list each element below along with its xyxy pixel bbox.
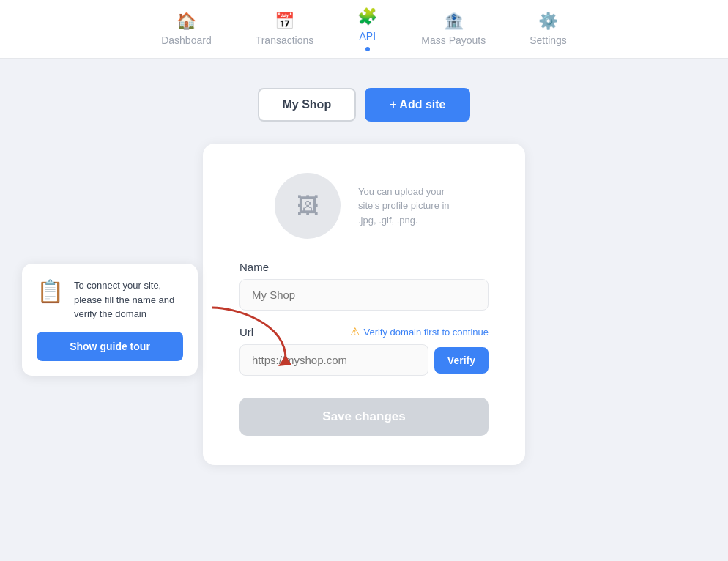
- api-icon: 🧩: [357, 7, 377, 26]
- name-input[interactable]: [239, 279, 489, 311]
- url-label-row: Url ⚠ Verify domain first to continue: [239, 325, 489, 338]
- verify-warning: ⚠ Verify domain first to continue: [350, 325, 489, 338]
- mass-payouts-icon: 🏦: [444, 12, 464, 31]
- nav-label-transactions: Transactions: [256, 34, 314, 46]
- url-input-row: Verify: [239, 344, 489, 376]
- nav-label-mass-payouts: Mass Payouts: [421, 34, 486, 46]
- nav-label-settings: Settings: [530, 34, 567, 46]
- url-label: Url: [239, 326, 253, 338]
- guide-card-icon: 📋: [37, 278, 64, 304]
- save-changes-button[interactable]: Save changes: [239, 398, 489, 436]
- name-label-row: Name: [239, 261, 489, 273]
- transactions-icon: 📅: [275, 12, 294, 31]
- profile-pic-circle[interactable]: 🖼: [275, 173, 341, 239]
- url-form-group: Url ⚠ Verify domain first to continue Ve…: [239, 325, 489, 376]
- nav-item-transactions[interactable]: 📅 Transactions: [256, 12, 314, 46]
- guide-card: 📋 To connect your site, please fill the …: [22, 264, 198, 376]
- nav-item-settings[interactable]: ⚙️ Settings: [530, 12, 567, 46]
- image-placeholder-icon: 🖼: [297, 193, 319, 218]
- guide-card-top: 📋 To connect your site, please fill the …: [37, 278, 183, 322]
- navbar: 🏠 Dashboard 📅 Transactions 🧩 API 🏦 Mass …: [0, 0, 728, 59]
- name-form-group: Name: [239, 261, 489, 311]
- tab-row: My Shop + Add site: [258, 88, 471, 122]
- settings-icon: ⚙️: [538, 12, 558, 31]
- add-site-button[interactable]: + Add site: [365, 88, 470, 122]
- nav-item-dashboard[interactable]: 🏠 Dashboard: [161, 12, 212, 46]
- active-dot: [365, 47, 370, 51]
- warning-triangle-icon: ⚠: [350, 325, 360, 338]
- nav-item-mass-payouts[interactable]: 🏦 Mass Payouts: [421, 12, 486, 46]
- main-content: My Shop + Add site 🖼 You can upload your…: [0, 59, 728, 494]
- show-guide-tour-button[interactable]: Show guide tour: [37, 332, 183, 361]
- profile-pic-hint: You can upload your site's profile pictu…: [358, 185, 453, 228]
- url-input[interactable]: [239, 344, 428, 376]
- site-card: 🖼 You can upload your site's profile pic…: [203, 144, 525, 465]
- guide-card-text: To connect your site, please fill the na…: [74, 278, 183, 322]
- my-shop-tab[interactable]: My Shop: [258, 88, 357, 122]
- nav-label-api: API: [360, 30, 376, 42]
- verify-warning-text: Verify domain first to continue: [363, 327, 489, 338]
- dashboard-icon: 🏠: [177, 12, 196, 31]
- name-label: Name: [239, 261, 269, 273]
- nav-label-dashboard: Dashboard: [161, 34, 212, 46]
- verify-button[interactable]: Verify: [434, 347, 489, 374]
- nav-item-api[interactable]: 🧩 API: [357, 7, 377, 51]
- profile-pic-row: 🖼 You can upload your site's profile pic…: [239, 173, 489, 239]
